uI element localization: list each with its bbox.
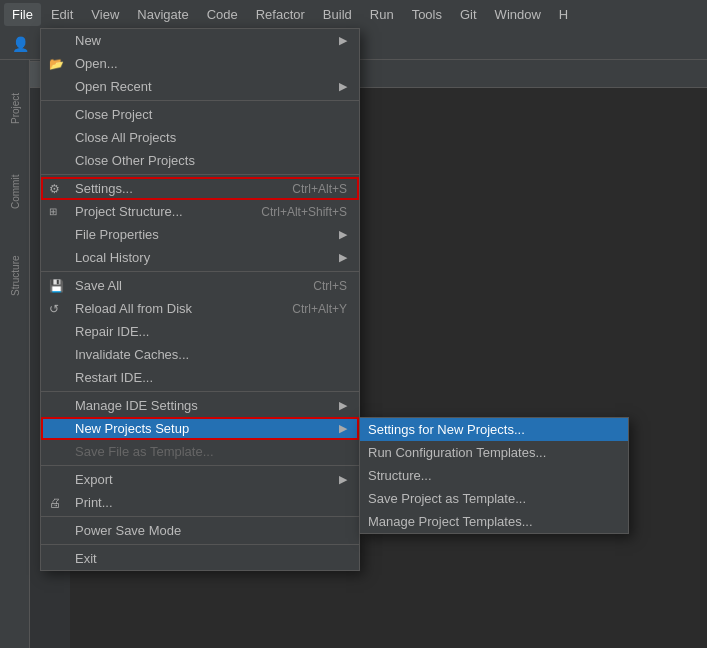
settings-icon: ⚙ [49, 182, 69, 196]
separator-2 [41, 174, 359, 175]
menu-item-close-project-label: Close Project [75, 107, 347, 122]
submenu-item-save-project-template[interactable]: Save Project as Template... [360, 487, 628, 510]
menu-item-manage-ide-settings[interactable]: Manage IDE Settings ▶ [41, 394, 359, 417]
sidebar-commit-tab[interactable]: Commit [3, 152, 27, 232]
open-recent-arrow-icon: ▶ [339, 80, 347, 93]
menu-item-new-label: New [75, 33, 331, 48]
menu-bar: File Edit View Navigate Code Refactor Bu… [0, 0, 707, 28]
menu-item-local-history[interactable]: Local History ▶ [41, 246, 359, 269]
menu-item-export[interactable]: Export ▶ [41, 468, 359, 491]
menu-item-power-save[interactable]: Power Save Mode [41, 519, 359, 542]
menu-run[interactable]: Run [362, 3, 402, 26]
menu-item-repair-ide-label: Repair IDE... [75, 324, 347, 339]
menu-item-save-file-template: Save File as Template... [41, 440, 359, 463]
separator-6 [41, 516, 359, 517]
folder-icon: 📂 [49, 57, 69, 71]
menu-edit[interactable]: Edit [43, 3, 81, 26]
sidebar-project-tab[interactable]: Project [3, 68, 27, 148]
menu-window[interactable]: Window [487, 3, 549, 26]
menu-file[interactable]: File [4, 3, 41, 26]
submenu-item-structure[interactable]: Structure... [360, 464, 628, 487]
submenu-structure-label: Structure... [368, 468, 616, 483]
submenu-item-settings-new[interactable]: Settings for New Projects... [360, 418, 628, 441]
menu-item-new-projects-setup[interactable]: New Projects Setup ▶ Settings for New Pr… [41, 417, 359, 440]
menu-item-restart-ide-label: Restart IDE... [75, 370, 347, 385]
new-projects-setup-arrow-icon: ▶ [339, 422, 347, 435]
menu-item-file-properties[interactable]: File Properties ▶ [41, 223, 359, 246]
menu-item-new[interactable]: New ▶ [41, 29, 359, 52]
menu-item-close-other-label: Close Other Projects [75, 153, 347, 168]
sidebar-structure-tab[interactable]: Structure [3, 236, 27, 316]
menu-item-file-properties-label: File Properties [75, 227, 331, 242]
reload-icon: ↺ [49, 302, 69, 316]
menu-item-print[interactable]: 🖨 Print... [41, 491, 359, 514]
settings-shortcut: Ctrl+Alt+S [292, 182, 347, 196]
separator-1 [41, 100, 359, 101]
menu-view[interactable]: View [83, 3, 127, 26]
menu-item-open-label: Open... [75, 56, 347, 71]
menu-item-open-recent[interactable]: Open Recent ▶ [41, 75, 359, 98]
local-history-arrow-icon: ▶ [339, 251, 347, 264]
menu-refactor[interactable]: Refactor [248, 3, 313, 26]
menu-item-save-file-template-label: Save File as Template... [75, 444, 347, 459]
submenu-settings-new-label: Settings for New Projects... [368, 422, 616, 437]
menu-item-close-all-projects[interactable]: Close All Projects [41, 126, 359, 149]
menu-code[interactable]: Code [199, 3, 246, 26]
submenu-save-project-template-label: Save Project as Template... [368, 491, 616, 506]
separator-4 [41, 391, 359, 392]
menu-item-close-other[interactable]: Close Other Projects [41, 149, 359, 172]
menu-item-close-all-label: Close All Projects [75, 130, 347, 145]
menu-help[interactable]: H [551, 3, 576, 26]
menu-git[interactable]: Git [452, 3, 485, 26]
menu-item-reload[interactable]: ↺ Reload All from Disk Ctrl+Alt+Y [41, 297, 359, 320]
project-structure-icon: ⊞ [49, 206, 69, 217]
export-arrow-icon: ▶ [339, 473, 347, 486]
menu-navigate[interactable]: Navigate [129, 3, 196, 26]
print-icon: 🖨 [49, 496, 69, 510]
menu-item-close-project[interactable]: Close Project [41, 103, 359, 126]
save-all-shortcut: Ctrl+S [313, 279, 347, 293]
menu-tools[interactable]: Tools [404, 3, 450, 26]
menu-item-export-label: Export [75, 472, 331, 487]
menu-item-manage-ide-settings-label: Manage IDE Settings [75, 398, 331, 413]
project-structure-shortcut: Ctrl+Alt+Shift+S [261, 205, 347, 219]
file-menu: New ▶ 📂 Open... Open Recent ▶ Close Proj… [40, 28, 360, 571]
new-arrow-icon: ▶ [339, 34, 347, 47]
menu-item-local-history-label: Local History [75, 250, 331, 265]
separator-7 [41, 544, 359, 545]
menu-item-settings-label: Settings... [75, 181, 272, 196]
menu-item-open-recent-label: Open Recent [75, 79, 331, 94]
save-all-icon: 💾 [49, 279, 69, 293]
menu-build[interactable]: Build [315, 3, 360, 26]
menu-item-save-all[interactable]: 💾 Save All Ctrl+S [41, 274, 359, 297]
menu-item-exit-label: Exit [75, 551, 347, 566]
file-properties-arrow-icon: ▶ [339, 228, 347, 241]
separator-3 [41, 271, 359, 272]
menu-item-power-save-label: Power Save Mode [75, 523, 347, 538]
separator-5 [41, 465, 359, 466]
menu-item-repair-ide[interactable]: Repair IDE... [41, 320, 359, 343]
menu-item-invalidate-caches-label: Invalidate Caches... [75, 347, 347, 362]
left-sidebar: Project Commit Structure [0, 60, 30, 648]
reload-shortcut: Ctrl+Alt+Y [292, 302, 347, 316]
menu-item-project-structure[interactable]: ⊞ Project Structure... Ctrl+Alt+Shift+S [41, 200, 359, 223]
menu-item-exit[interactable]: Exit [41, 547, 359, 570]
menu-item-save-all-label: Save All [75, 278, 293, 293]
submenu-run-config-label: Run Configuration Templates... [368, 445, 616, 460]
menu-item-reload-label: Reload All from Disk [75, 301, 272, 316]
submenu-item-manage-project-templates[interactable]: Manage Project Templates... [360, 510, 628, 533]
menu-item-project-structure-label: Project Structure... [75, 204, 241, 219]
menu-item-restart-ide[interactable]: Restart IDE... [41, 366, 359, 389]
new-projects-submenu: Settings for New Projects... Run Configu… [359, 417, 629, 534]
menu-item-print-label: Print... [75, 495, 347, 510]
menu-item-invalidate-caches[interactable]: Invalidate Caches... [41, 343, 359, 366]
menu-item-open[interactable]: 📂 Open... [41, 52, 359, 75]
toolbar-back-btn[interactable]: 👤 [8, 32, 32, 56]
manage-ide-settings-arrow-icon: ▶ [339, 399, 347, 412]
menu-item-new-projects-setup-label: New Projects Setup [75, 421, 331, 436]
submenu-manage-project-templates-label: Manage Project Templates... [368, 514, 616, 529]
menu-item-settings[interactable]: ⚙ Settings... Ctrl+Alt+S [41, 177, 359, 200]
submenu-item-run-config[interactable]: Run Configuration Templates... [360, 441, 628, 464]
